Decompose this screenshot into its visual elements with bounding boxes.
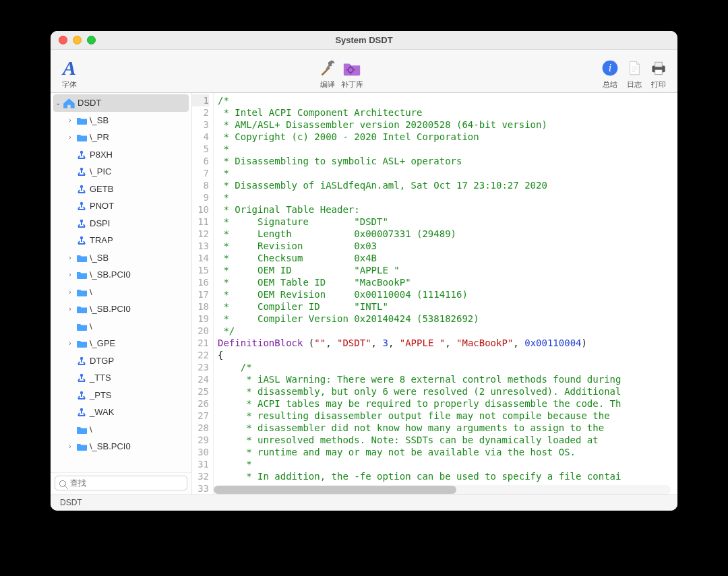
code-editor[interactable]: 1234567891011121314151617181920212223242…: [192, 93, 677, 494]
line-number: 4: [192, 131, 209, 143]
chevron-right-icon[interactable]: ›: [65, 254, 75, 261]
code-line[interactable]: * runtime and may or may not be availabl…: [218, 446, 677, 458]
chevron-right-icon[interactable]: ›: [65, 340, 75, 347]
tree-item[interactable]: TRAP: [51, 232, 191, 249]
outline-tree[interactable]: ⌄DSDT›\_SB›\_PRP8XH\_PICGETBPNOTDSPITRAP…: [51, 93, 191, 472]
code-line[interactable]: * unresolved methods. Note: SSDTs can be…: [218, 434, 677, 446]
code-line[interactable]: * disassembly, but only 6 were resolved …: [218, 385, 677, 397]
zoom-icon[interactable]: [87, 36, 96, 44]
code-line[interactable]: *: [218, 143, 677, 155]
code-line[interactable]: {: [218, 349, 677, 361]
patch-library-button[interactable]: 补丁库: [341, 57, 363, 90]
log-button[interactable]: 日志: [624, 57, 645, 90]
code-line[interactable]: * ACPI tables may be required to properl…: [218, 397, 677, 410]
line-number: 11: [192, 216, 209, 228]
code-line[interactable]: /*: [218, 94, 677, 106]
tree-item-label: P8XH: [88, 150, 113, 160]
tree-item[interactable]: DTGP: [51, 352, 191, 370]
chevron-right-icon[interactable]: ›: [65, 133, 75, 141]
print-button[interactable]: 打印: [648, 57, 669, 90]
folder-icon: [75, 424, 88, 435]
tree-item[interactable]: PNOT: [51, 197, 191, 215]
chevron-right-icon[interactable]: ›: [65, 443, 75, 450]
code-line[interactable]: * AML/ASL+ Disassembler version 20200528…: [218, 119, 677, 131]
tree-item[interactable]: ›\_SB.PCI0: [51, 266, 191, 284]
code-line[interactable]: * Compiler Version 0x20140424 (538182692…: [218, 313, 677, 325]
tree-item-label: GETB: [88, 184, 113, 194]
tree-item[interactable]: \_PIC: [51, 163, 191, 181]
chevron-right-icon[interactable]: ›: [65, 271, 75, 278]
close-icon[interactable]: [59, 36, 67, 44]
chevron-right-icon[interactable]: ›: [65, 288, 75, 296]
method-icon: [75, 166, 88, 177]
code-line[interactable]: * Signature "DSDT": [218, 216, 677, 228]
code-line[interactable]: *: [218, 458, 677, 470]
tree-item[interactable]: ›\_SB: [51, 249, 191, 267]
code-line[interactable]: */: [218, 325, 677, 337]
method-icon: [75, 150, 88, 160]
code-line[interactable]: * OEM ID "APPLE ": [218, 264, 677, 276]
line-number: 23: [192, 361, 209, 373]
tree-item[interactable]: _TTS: [51, 369, 191, 387]
code-line[interactable]: * Intel ACPI Component Architecture: [218, 106, 677, 119]
tree-item[interactable]: DSPI: [51, 215, 191, 232]
tree-item[interactable]: ›\_GPE: [51, 335, 191, 352]
tree-item-label: _PTS: [88, 390, 112, 400]
code-line[interactable]: * disassembler did not know how many arg…: [218, 422, 677, 434]
code-line[interactable]: * OEM Revision 0x00110004 (1114116): [218, 288, 677, 300]
tree-item[interactable]: ›\_SB.PCI0: [51, 300, 191, 318]
code-line[interactable]: * Checksum 0x4B: [218, 252, 677, 264]
compile-button[interactable]: 编译: [317, 57, 338, 90]
minimize-icon[interactable]: [73, 36, 82, 44]
tree-item[interactable]: _PTS: [51, 387, 191, 404]
app-window: System DSDT A 字体 编译: [51, 31, 677, 511]
code-line[interactable]: * iASL Warning: There were 8 external co…: [218, 373, 677, 385]
tree-item-label: DSDT: [76, 98, 101, 108]
line-number: 1: [192, 94, 209, 106]
chevron-right-icon[interactable]: ›: [65, 305, 75, 313]
horizontal-scrollbar[interactable]: [214, 485, 671, 494]
method-icon: [75, 356, 88, 366]
tree-item[interactable]: \: [51, 318, 191, 335]
folder-icon: [75, 132, 88, 142]
tree-item-label: DSPI: [88, 218, 110, 228]
code-line[interactable]: DefinitionBlock ("", "DSDT", 3, "APPLE "…: [218, 337, 677, 349]
font-button[interactable]: A 字体: [59, 57, 80, 90]
chevron-right-icon[interactable]: ›: [65, 117, 75, 124]
main-body: ⌄DSDT›\_SB›\_PRP8XH\_PICGETBPNOTDSPITRAP…: [51, 93, 677, 494]
code-line[interactable]: *: [218, 167, 677, 179]
tree-item[interactable]: ›\_SB.PCI0: [51, 438, 191, 455]
code-line[interactable]: * Compiler ID "INTL": [218, 300, 677, 313]
code-content[interactable]: /* * Intel ACPI Component Architecture *…: [214, 93, 677, 494]
chevron-down-icon[interactable]: ⌄: [53, 99, 63, 106]
scrollbar-thumb[interactable]: [214, 486, 456, 494]
tree-item[interactable]: ›\_SB: [51, 112, 191, 129]
tree-item[interactable]: P8XH: [51, 146, 191, 164]
tree-item-label: \_SB.PCI0: [88, 304, 131, 314]
code-line[interactable]: * Copyright (c) 2000 - 2020 Intel Corpor…: [218, 131, 677, 143]
tree-item[interactable]: _WAK: [51, 404, 191, 421]
tree-item[interactable]: ›\_PR: [51, 129, 191, 146]
line-number: 5: [192, 143, 209, 155]
status-text: DSDT: [60, 498, 82, 507]
code-line[interactable]: * OEM Table ID "MacBookP": [218, 276, 677, 288]
code-line[interactable]: * resulting disassembler output file may…: [218, 410, 677, 422]
window-titlebar[interactable]: System DSDT: [51, 31, 677, 50]
tree-item[interactable]: GETB: [51, 181, 191, 198]
method-icon: [75, 390, 88, 400]
tree-item[interactable]: ›\: [51, 284, 191, 301]
code-line[interactable]: * Original Table Header:: [218, 203, 677, 216]
tree-item[interactable]: \: [51, 421, 191, 439]
code-line[interactable]: /*: [218, 361, 677, 373]
code-line[interactable]: *: [218, 191, 677, 203]
code-line[interactable]: * Disassembly of iASLdfeqAn.aml, Sat Oct…: [218, 179, 677, 191]
code-line[interactable]: * Revision 0x03: [218, 240, 677, 252]
search-input[interactable]: [55, 476, 187, 490]
code-line[interactable]: * Length 0x00007331 (29489): [218, 228, 677, 240]
tree-item[interactable]: ⌄DSDT: [53, 94, 189, 112]
code-line[interactable]: * In addition, the -fe option can be use…: [218, 470, 677, 482]
code-line[interactable]: * Disassembling to symbolic ASL+ operato…: [218, 155, 677, 167]
document-icon: [624, 57, 645, 79]
summary-button[interactable]: i 总结: [599, 57, 621, 90]
method-icon: [75, 407, 88, 417]
